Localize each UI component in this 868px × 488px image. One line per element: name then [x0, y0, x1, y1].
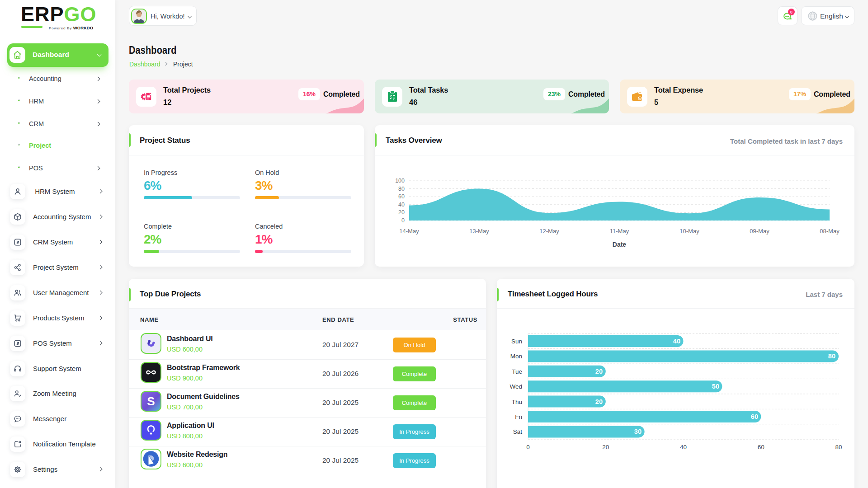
svg-text:40: 40 — [680, 444, 687, 450]
svg-text:13-May: 13-May — [469, 228, 489, 235]
svg-text:100: 100 — [395, 178, 405, 184]
svg-text:20: 20 — [595, 368, 603, 375]
svg-text:80: 80 — [398, 186, 405, 192]
svg-text:0: 0 — [401, 217, 405, 224]
svg-text:40: 40 — [673, 338, 680, 345]
svg-text:08-May: 08-May — [820, 228, 840, 235]
svg-text:50: 50 — [712, 383, 719, 390]
svg-text:60: 60 — [751, 413, 758, 420]
svg-text:Fri: Fri — [515, 413, 522, 420]
svg-text:Tue: Tue — [512, 368, 522, 375]
svg-text:14-May: 14-May — [399, 228, 419, 235]
svg-text:Date: Date — [613, 241, 627, 248]
svg-text:80: 80 — [828, 352, 835, 360]
svg-text:09-May: 09-May — [750, 228, 769, 235]
svg-text:Thu: Thu — [512, 399, 522, 405]
svg-text:Sun: Sun — [511, 338, 522, 345]
svg-text:20: 20 — [398, 209, 405, 216]
svg-text:80: 80 — [835, 444, 842, 450]
svg-text:20: 20 — [595, 398, 603, 405]
svg-text:11-May: 11-May — [610, 228, 629, 235]
svg-text:60: 60 — [758, 444, 764, 450]
svg-text:40: 40 — [398, 202, 405, 208]
svg-text:10-May: 10-May — [679, 228, 699, 235]
svg-text:20: 20 — [602, 444, 609, 450]
svg-text:0: 0 — [526, 444, 530, 450]
svg-text:30: 30 — [634, 428, 642, 435]
svg-text:12-May: 12-May — [539, 228, 559, 235]
svg-text:60: 60 — [398, 193, 405, 200]
svg-text:Mon: Mon — [510, 353, 522, 360]
svg-text:Sat: Sat — [513, 428, 523, 435]
svg-text:Wed: Wed — [509, 383, 522, 390]
